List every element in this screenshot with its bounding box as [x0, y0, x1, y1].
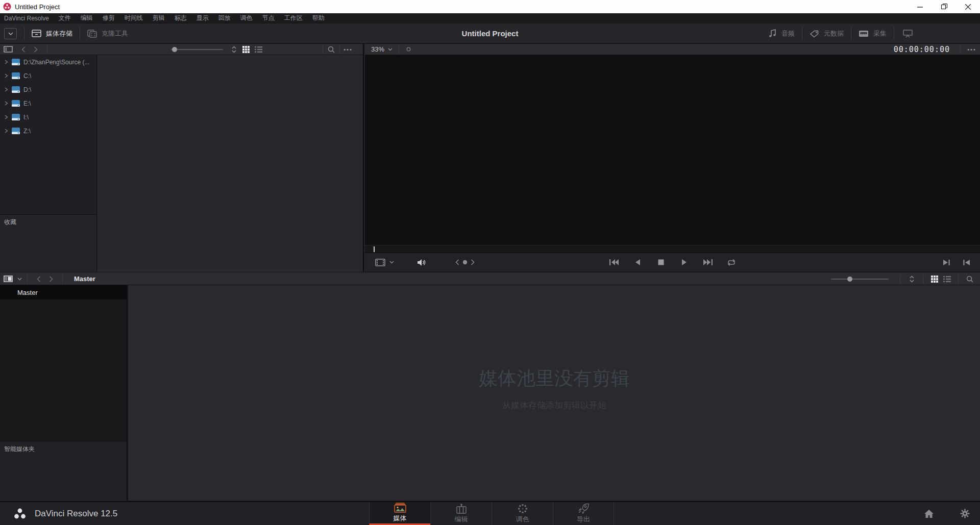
storage-search-button[interactable] — [325, 44, 337, 55]
project-settings-button[interactable] — [959, 508, 971, 519]
sort-icon — [909, 276, 915, 283]
dual-screen-toggle[interactable] — [901, 28, 914, 39]
storage-back-button[interactable] — [17, 44, 30, 55]
clone-tool-toggle[interactable]: 克隆工具 — [87, 29, 128, 38]
loop-icon — [727, 259, 736, 266]
pool-list-view-button[interactable] — [941, 273, 953, 285]
storage-sort-button[interactable] — [228, 44, 240, 55]
storage-list-view-button[interactable] — [252, 44, 264, 55]
storage-zoom-slider[interactable] — [171, 49, 223, 50]
audio-toggle[interactable]: 音频 — [769, 29, 795, 38]
pool-empty-title: 媒体池里没有剪辑 — [129, 366, 980, 391]
tab-edit[interactable]: 编辑 — [430, 502, 492, 525]
menu-workspace[interactable]: 工作区 — [284, 14, 303, 22]
smart-bins-section: 智能媒体夹 — [0, 441, 127, 501]
viewer-zoom-dropdown[interactable]: 33% — [365, 45, 399, 53]
viewer-more-button[interactable]: ••• — [966, 44, 978, 55]
pool-sidebar-toggle[interactable] — [2, 273, 14, 285]
project-manager-button[interactable] — [923, 508, 935, 519]
storage-more-button[interactable]: ••• — [342, 44, 354, 55]
menu-timeline[interactable]: 时间线 — [125, 14, 143, 22]
minimize-button[interactable] — [908, 0, 932, 13]
goto-out-button[interactable] — [940, 257, 952, 268]
menu-clip[interactable]: 剪辑 — [153, 14, 165, 22]
menu-view[interactable]: 显示 — [197, 14, 209, 22]
menu-nodes[interactable]: 节点 — [262, 14, 275, 22]
menu-mark[interactable]: 标志 — [175, 14, 187, 22]
menu-help[interactable]: 帮助 — [312, 14, 325, 22]
chevron-down-icon — [388, 48, 393, 51]
viewer-scrubber[interactable] — [365, 245, 980, 253]
tree-item-drive[interactable]: Z:\ — [0, 124, 96, 138]
tab-color[interactable]: 调色 — [492, 502, 553, 525]
pool-sort-button[interactable] — [905, 273, 918, 285]
storage-forward-button[interactable] — [30, 44, 42, 55]
chevron-down-icon — [8, 32, 13, 35]
play-button[interactable] — [678, 257, 691, 268]
tree-item-drive[interactable]: E:\ — [0, 96, 96, 110]
goto-last-frame-button[interactable] — [702, 257, 714, 268]
sort-icon — [231, 46, 237, 53]
pool-breadcrumb[interactable]: Master — [74, 275, 95, 283]
tree-item-drive[interactable]: I:\ — [0, 110, 96, 124]
loop-button[interactable] — [725, 257, 738, 268]
pool-zoom-slider[interactable] — [831, 279, 889, 280]
chevron-right-icon — [49, 276, 53, 282]
stop-icon — [658, 259, 664, 265]
close-button[interactable] — [956, 0, 980, 13]
storage-sidebar-toggle[interactable] — [2, 44, 14, 55]
divider — [27, 274, 28, 284]
metadata-tag-icon — [810, 30, 819, 38]
menu-bar: DaVinci Resolve 文件 编辑 修剪 时间线 剪辑 标志 显示 回放… — [0, 13, 980, 23]
menu-file[interactable]: 文件 — [59, 14, 71, 22]
bin-item-master[interactable]: Master — [0, 285, 127, 299]
chevron-right-icon — [34, 46, 38, 53]
menu-color[interactable]: 调色 — [240, 14, 253, 22]
goto-in-button[interactable] — [961, 257, 973, 268]
pool-forward-button[interactable] — [45, 273, 57, 285]
storage-grid-view-button[interactable] — [240, 44, 252, 55]
menu-edit[interactable]: 编辑 — [81, 14, 93, 22]
resolve-logo-icon — [13, 508, 27, 520]
tab-media[interactable]: 媒体 — [369, 502, 430, 525]
play-icon — [681, 259, 688, 266]
stop-button[interactable] — [655, 257, 667, 268]
video-viewport[interactable] — [365, 55, 980, 245]
grid-view-icon — [242, 46, 250, 53]
tab-deliver[interactable]: 导出 — [553, 502, 614, 525]
goto-first-frame-button[interactable] — [608, 257, 620, 268]
pool-back-button[interactable] — [33, 273, 45, 285]
disclosure-chevron-icon — [5, 87, 8, 92]
media-pool-toolbar: Master — [0, 273, 980, 285]
tree-item-drive[interactable]: C:\ — [0, 69, 96, 83]
app-version-label: DaVinci Resolve 12.5 — [35, 509, 117, 519]
play-reverse-button[interactable] — [631, 257, 644, 268]
caption-buttons — [908, 0, 980, 13]
storage-file-area[interactable] — [97, 55, 363, 271]
chevron-down-icon[interactable] — [17, 278, 22, 281]
restore-button[interactable] — [932, 0, 956, 13]
tree-item-drive[interactable]: D:\ZhanPeng\Source (... — [0, 55, 96, 69]
divider — [323, 45, 323, 54]
minimize-icon — [917, 4, 923, 10]
capture-label: 采集 — [873, 29, 887, 38]
menu-trim[interactable]: 修剪 — [103, 14, 115, 22]
metadata-toggle[interactable]: 元数据 — [810, 29, 844, 38]
favorites-section: 收藏 — [0, 214, 96, 271]
pool-search-button[interactable] — [964, 273, 976, 285]
drive-tree: D:\ZhanPeng\Source (... C:\ D:\ — [0, 55, 97, 271]
tree-item-drive[interactable]: D:\ — [0, 83, 96, 96]
pool-grid-view-button[interactable] — [928, 273, 941, 285]
menu-playback[interactable]: 回放 — [218, 14, 231, 22]
disclosure-chevron-icon — [5, 73, 8, 78]
transport-bar — [365, 253, 980, 271]
capture-toggle[interactable]: 采集 — [859, 29, 887, 38]
toolbar-options-dropdown[interactable] — [4, 28, 17, 39]
playhead[interactable] — [374, 246, 375, 252]
disclosure-chevron-icon — [5, 60, 8, 64]
divider — [958, 274, 959, 284]
menu-davinci-resolve[interactable]: DaVinci Resolve — [4, 15, 49, 22]
media-storage-toggle[interactable]: 媒体存储 — [32, 29, 72, 38]
divider — [802, 28, 802, 40]
media-pool-content[interactable]: 媒体池里没有剪辑 从媒体存储添加剪辑以开始 — [129, 285, 980, 501]
